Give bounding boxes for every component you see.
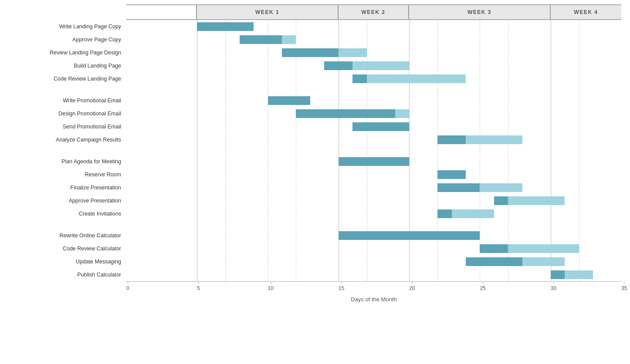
bar-light-segment <box>508 244 579 253</box>
task-bar <box>296 109 409 118</box>
tick-line <box>198 282 199 284</box>
bar-dark-segment <box>437 183 480 192</box>
task-label: Publish Calculator <box>4 268 126 281</box>
x-axis-tick: 10 <box>268 282 274 291</box>
task-label: Approve Presentation <box>4 194 126 207</box>
bar-light-segment <box>339 48 367 57</box>
task-bar <box>240 35 296 44</box>
bar-light-segment <box>352 61 409 70</box>
task-bar <box>339 231 480 240</box>
task-bar <box>437 209 494 218</box>
task-label: Rewrite Online Calculator <box>4 229 126 242</box>
task-bar <box>551 270 593 279</box>
tick-label: 10 <box>268 285 274 291</box>
bar-dark-segment <box>494 196 508 205</box>
rows-container <box>126 20 621 281</box>
bar-dark-segment <box>324 61 352 70</box>
bar-dark-segment <box>480 244 508 253</box>
tick-label: 15 <box>339 285 344 291</box>
tick-label: 5 <box>197 285 200 291</box>
x-axis: 05101520253035 <box>126 281 621 294</box>
tick-line <box>483 282 483 284</box>
week-label-2: WEEK 2 <box>339 5 409 19</box>
x-axis-title: Days of the Month <box>126 296 621 303</box>
group-spacer-label <box>4 146 126 155</box>
task-label: Design Promotional Email <box>4 107 126 120</box>
task-label: Finalize Presentation <box>4 181 126 194</box>
task-label: Write Landing Page Copy <box>4 20 126 33</box>
task-bar <box>282 48 367 57</box>
week-label-4: WEEK 4 <box>551 5 621 19</box>
task-label: Code Review Calculator <box>4 242 126 255</box>
bar-dark-segment <box>437 209 451 218</box>
task-bar <box>480 244 579 253</box>
bar-dark-segment <box>240 35 282 44</box>
tick-line <box>128 282 128 284</box>
task-bar <box>466 257 565 266</box>
task-label: Review Landing Page Design <box>4 46 126 59</box>
week-label-3: WEEK 3 <box>409 5 551 19</box>
week-header: WEEK 1WEEK 2WEEK 3WEEK 4 <box>126 4 621 20</box>
group-spacer-label <box>4 85 126 94</box>
gantt-row <box>126 72 621 85</box>
gantt-row <box>126 268 621 281</box>
bar-dark-segment <box>551 270 565 279</box>
gantt-row <box>126 207 621 220</box>
task-label: Approve Page Copy <box>4 33 126 46</box>
task-label: Write Promotional Email <box>4 94 126 107</box>
tick-line <box>553 282 554 284</box>
group-spacer-row <box>126 85 621 94</box>
task-bar <box>437 135 522 144</box>
gantt-row <box>126 94 621 107</box>
bar-light-segment <box>367 74 466 83</box>
group-spacer-row <box>126 146 621 155</box>
tick-label: 20 <box>409 285 415 291</box>
group-spacer-row <box>126 220 621 229</box>
bar-dark-segment <box>437 135 466 144</box>
group-spacer-label <box>4 220 126 229</box>
x-axis-tick: 0 <box>126 282 129 291</box>
x-axis-tick: 15 <box>339 282 344 291</box>
task-label: Analyze Campaign Results <box>4 133 126 146</box>
gantt-row <box>126 20 621 33</box>
gantt-row <box>126 194 621 207</box>
tick-label: 25 <box>480 285 485 291</box>
task-labels: Write Landing Page CopyApprove Page Copy… <box>4 20 126 281</box>
tick-line <box>341 282 342 284</box>
gantt-row <box>126 229 621 242</box>
gantt-row <box>126 155 621 168</box>
tick-label: 35 <box>621 285 627 291</box>
task-label: Code Review Landing Page <box>4 72 126 85</box>
bar-dark-segment <box>352 122 409 131</box>
x-axis-tick: 25 <box>480 282 485 291</box>
x-axis-tick: 35 <box>621 282 627 291</box>
tick-line <box>271 282 271 284</box>
gantt-row <box>126 46 621 59</box>
gantt-row <box>126 133 621 146</box>
task-bar <box>494 196 565 205</box>
tick-label: 30 <box>551 285 556 291</box>
tick-line <box>412 282 412 284</box>
task-bar <box>437 170 466 179</box>
bar-light-segment <box>480 183 522 192</box>
gantt-row <box>126 181 621 194</box>
tick-line <box>624 282 624 284</box>
bar-dark-segment <box>339 231 480 240</box>
bar-light-segment <box>452 209 494 218</box>
task-label: Create Invitations <box>4 207 126 220</box>
task-label: Build Landing Page <box>4 59 126 72</box>
gantt-row <box>126 242 621 255</box>
task-bar <box>339 157 409 166</box>
bar-light-segment <box>565 270 593 279</box>
task-label: Plan Agenda for Meeting <box>4 155 126 168</box>
tick-label: 0 <box>126 285 129 291</box>
chart-body: Write Landing Page CopyApprove Page Copy… <box>4 20 621 281</box>
x-axis-tick: 30 <box>551 282 556 291</box>
bar-dark-segment <box>339 157 409 166</box>
bar-light-segment <box>466 135 522 144</box>
task-label: Update Messaging <box>4 255 126 268</box>
task-bar <box>268 96 310 105</box>
gantt-row <box>126 120 621 133</box>
task-bar <box>437 183 522 192</box>
bar-dark-segment <box>296 109 395 118</box>
